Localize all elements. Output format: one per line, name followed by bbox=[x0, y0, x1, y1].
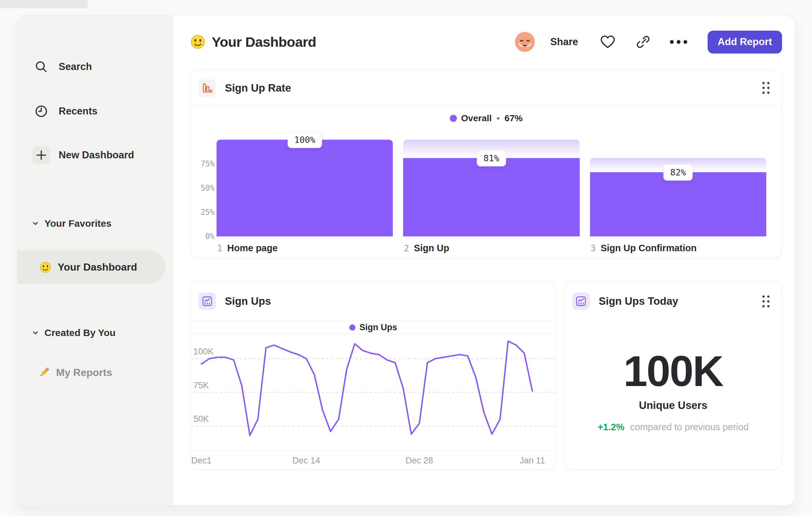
sidebar-item-label: Your Dashboard bbox=[58, 261, 137, 273]
drag-handle-icon[interactable] bbox=[762, 82, 770, 94]
sidebar-item-label: New Dashboard bbox=[59, 149, 134, 161]
funnel-step-label: 2Sign Up bbox=[404, 243, 449, 253]
chevron-down-icon bbox=[32, 329, 39, 337]
sidebar-item-your-dashboard[interactable]: Your Dashboard bbox=[18, 250, 166, 284]
metric-delta-row: +1.2% compared to previous period bbox=[564, 422, 782, 432]
plus-icon bbox=[32, 146, 50, 164]
funnel-bar: 100%1Home page bbox=[216, 140, 393, 236]
line-x-axis: Dec1Dec 14Dec 28Jan 11 bbox=[191, 451, 556, 469]
line-legend[interactable]: Sign Ups bbox=[191, 321, 556, 334]
funnel-step-label: 1Home page bbox=[217, 243, 278, 253]
funnel-y-axis: 0%25%50%75% bbox=[199, 140, 216, 236]
funnel-y-tick: 0% bbox=[205, 232, 214, 241]
funnel-value-label: 81% bbox=[477, 150, 506, 166]
sign-ups-card: Sign Ups Sign Ups 100K75K50K Dec1Dec 14D… bbox=[191, 281, 556, 470]
clock-icon bbox=[32, 102, 50, 120]
pencil-emoji bbox=[38, 366, 50, 379]
sidebar-item-label: Recents bbox=[59, 105, 98, 117]
main-content: Your Dashboard Share Add Report bbox=[173, 15, 795, 505]
search-icon bbox=[32, 58, 50, 76]
funnel-bar-fill bbox=[590, 172, 766, 236]
funnel-legend[interactable]: Overall • 67% bbox=[191, 112, 782, 125]
legend-dot bbox=[450, 115, 457, 122]
background-window-edge bbox=[0, 0, 88, 8]
funnel-chart: 0%25%50%75% 100%1Home page81%2Sign Up82%… bbox=[199, 140, 766, 236]
sidebar-item-recents[interactable]: Recents bbox=[18, 101, 173, 121]
sidebar: Search Recents New Dashboard Your Favori… bbox=[18, 15, 173, 505]
app-window: Search Recents New Dashboard Your Favori… bbox=[17, 15, 795, 506]
sidebar-section-created-by-you[interactable]: Created By You bbox=[18, 326, 173, 340]
card-title: Sign Ups bbox=[225, 295, 271, 307]
metric-delta: +1.2% bbox=[598, 422, 625, 432]
funnel-bar-fill bbox=[403, 158, 579, 236]
sign-up-rate-card: Sign Up Rate Overall • 67% 0%25%50%75% 1… bbox=[191, 70, 782, 258]
line-x-tick: Dec 14 bbox=[293, 456, 320, 466]
sidebar-item-label: My Reports bbox=[56, 367, 112, 379]
sidebar-item-search[interactable]: Search bbox=[18, 57, 173, 77]
metric-delta-caption: compared to previous period bbox=[630, 422, 749, 432]
sidebar-section-your-favorites[interactable]: Your Favorites bbox=[18, 216, 173, 230]
funnel-y-tick: 25% bbox=[201, 208, 214, 217]
share-button[interactable]: Share bbox=[550, 36, 578, 48]
line-y-tick: 100K bbox=[193, 347, 214, 357]
smiley-emoji bbox=[191, 34, 205, 49]
funnel-bar-fill bbox=[216, 140, 393, 236]
legend-dot bbox=[349, 324, 355, 331]
page-title: Your Dashboard bbox=[212, 34, 316, 50]
funnel-y-tick: 50% bbox=[201, 184, 214, 193]
sign-ups-today-card: Sign Ups Today 100K Unique Users +1.2% c… bbox=[564, 281, 782, 470]
more-options-icon[interactable] bbox=[670, 40, 688, 44]
line-chart: 100K75K50K bbox=[191, 334, 556, 451]
smiley-emoji bbox=[40, 262, 51, 273]
funnel-bar: 81%2Sign Up bbox=[403, 140, 579, 236]
bar-chart-icon bbox=[199, 79, 216, 97]
funnel-bar: 82%3Sign Up Confirmation bbox=[590, 140, 766, 236]
funnel-y-tick: 75% bbox=[201, 159, 214, 168]
sidebar-item-label: Search bbox=[59, 61, 92, 73]
favorite-heart-icon[interactable] bbox=[600, 35, 615, 49]
legend-series-name: Sign Ups bbox=[359, 323, 397, 332]
sidebar-section-label: Your Favorites bbox=[45, 218, 112, 229]
line-x-tick: Jan 11 bbox=[520, 456, 545, 466]
sidebar-item-my-reports[interactable]: My Reports bbox=[18, 362, 173, 382]
drag-handle-icon[interactable] bbox=[762, 295, 770, 307]
line-x-tick: Dec1 bbox=[191, 456, 211, 466]
legend-separator: • bbox=[497, 113, 500, 124]
dashboard-header: Your Dashboard Share Add Report bbox=[191, 30, 782, 54]
funnel-value-label: 100% bbox=[287, 132, 322, 148]
card-title: Sign Ups Today bbox=[599, 295, 678, 307]
line-x-tick: Dec 28 bbox=[406, 456, 433, 466]
metric-label: Unique Users bbox=[564, 399, 782, 411]
line-y-tick: 50K bbox=[193, 414, 209, 424]
line-chart-icon bbox=[572, 293, 590, 310]
card-title: Sign Up Rate bbox=[225, 82, 291, 94]
copy-link-icon[interactable] bbox=[636, 35, 650, 49]
funnel-value-label: 82% bbox=[663, 164, 693, 181]
funnel-step-label: 3Sign Up Confirmation bbox=[591, 243, 697, 253]
sidebar-section-label: Created By You bbox=[45, 327, 116, 338]
chevron-down-icon bbox=[32, 220, 39, 227]
metric-value: 100K bbox=[564, 349, 782, 394]
line-y-tick: 75K bbox=[193, 381, 209, 390]
funnel-bars: 100%1Home page81%2Sign Up82%3Sign Up Con… bbox=[216, 140, 766, 236]
add-report-button[interactable]: Add Report bbox=[707, 31, 782, 54]
avatar[interactable] bbox=[515, 32, 535, 52]
line-chart-icon bbox=[199, 293, 216, 310]
legend-series-value: 67% bbox=[504, 113, 523, 124]
sidebar-item-new-dashboard[interactable]: New Dashboard bbox=[18, 145, 173, 165]
legend-series-name: Overall bbox=[461, 113, 492, 124]
